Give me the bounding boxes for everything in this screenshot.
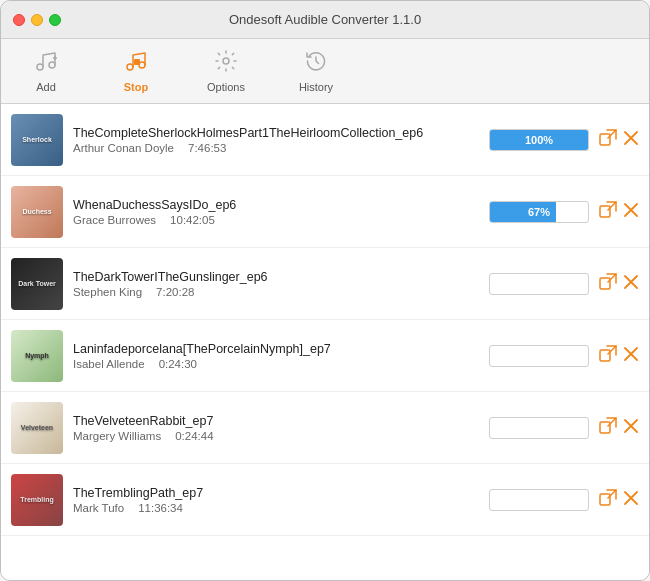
history-icon bbox=[304, 49, 328, 79]
book-row: SherlockTheCompleteSherlockHolmesPart1Th… bbox=[1, 104, 649, 176]
book-cover: Dark Tower bbox=[11, 258, 63, 310]
progress-area: 100% bbox=[489, 129, 589, 151]
svg-point-4 bbox=[127, 64, 133, 70]
book-title: Laninfadeporcelana[ThePorcelainNymph]_ep… bbox=[73, 342, 479, 356]
export-button[interactable] bbox=[599, 273, 617, 294]
history-label: History bbox=[299, 81, 333, 93]
remove-button[interactable] bbox=[623, 418, 639, 437]
action-buttons bbox=[599, 417, 639, 438]
book-duration: 10:42:05 bbox=[170, 214, 215, 226]
book-title: TheVelveteenRabbit_ep7 bbox=[73, 414, 479, 428]
book-title: WhenaDuchessSaysIDo_ep6 bbox=[73, 198, 479, 212]
progress-area bbox=[489, 417, 589, 439]
book-meta: Arthur Conan Doyle7:46:53 bbox=[73, 142, 479, 154]
book-info: TheVelveteenRabbit_ep7Margery Williams0:… bbox=[73, 414, 479, 442]
options-label: Options bbox=[207, 81, 245, 93]
book-cover: Sherlock bbox=[11, 114, 63, 166]
toolbar: Add Stop Options bbox=[1, 39, 649, 104]
book-row: TremblingTheTremblingPath_ep7Mark Tufo11… bbox=[1, 464, 649, 536]
cover-label: Sherlock bbox=[20, 134, 54, 145]
book-info: WhenaDuchessSaysIDo_ep6Grace Burrowes10:… bbox=[73, 198, 479, 226]
svg-rect-8 bbox=[600, 134, 610, 145]
book-author: Isabel Allende bbox=[73, 358, 145, 370]
app-title: Ondesoft Audible Converter 1.1.0 bbox=[229, 12, 421, 27]
export-button[interactable] bbox=[599, 345, 617, 366]
toolbar-options[interactable]: Options bbox=[181, 45, 271, 97]
cover-label: Velveteen bbox=[19, 422, 55, 433]
svg-rect-12 bbox=[600, 206, 610, 217]
progress-area bbox=[489, 273, 589, 295]
book-duration: 0:24:30 bbox=[159, 358, 197, 370]
book-meta: Margery Williams0:24:44 bbox=[73, 430, 479, 442]
action-buttons bbox=[599, 129, 639, 150]
book-title: TheTremblingPath_ep7 bbox=[73, 486, 479, 500]
book-duration: 11:36:34 bbox=[138, 502, 183, 514]
book-duration: 7:20:28 bbox=[156, 286, 194, 298]
book-row: NymphLaninfadeporcelana[ThePorcelainNymp… bbox=[1, 320, 649, 392]
book-meta: Grace Burrowes10:42:05 bbox=[73, 214, 479, 226]
svg-rect-28 bbox=[600, 494, 610, 505]
remove-button[interactable] bbox=[623, 490, 639, 509]
book-author: Stephen King bbox=[73, 286, 142, 298]
book-meta: Stephen King7:20:28 bbox=[73, 286, 479, 298]
book-cover: Nymph bbox=[11, 330, 63, 382]
options-icon bbox=[214, 49, 238, 79]
export-button[interactable] bbox=[599, 489, 617, 510]
progress-bar bbox=[489, 489, 589, 511]
svg-rect-24 bbox=[600, 422, 610, 433]
progress-bar bbox=[489, 273, 589, 295]
book-row: VelveteenTheVelveteenRabbit_ep7Margery W… bbox=[1, 392, 649, 464]
close-button[interactable] bbox=[13, 14, 25, 26]
toolbar-history[interactable]: History bbox=[271, 45, 361, 97]
title-bar: Ondesoft Audible Converter 1.1.0 bbox=[1, 1, 649, 39]
export-button[interactable] bbox=[599, 417, 617, 438]
progress-bar bbox=[489, 345, 589, 367]
action-buttons bbox=[599, 489, 639, 510]
svg-rect-20 bbox=[600, 350, 610, 361]
remove-button[interactable] bbox=[623, 346, 639, 365]
stop-icon bbox=[124, 49, 148, 79]
book-row: Dark TowerTheDarkTowerITheGunslinger_ep6… bbox=[1, 248, 649, 320]
book-cover: Trembling bbox=[11, 474, 63, 526]
action-buttons bbox=[599, 201, 639, 222]
book-info: Laninfadeporcelana[ThePorcelainNymph]_ep… bbox=[73, 342, 479, 370]
export-button[interactable] bbox=[599, 201, 617, 222]
svg-point-1 bbox=[49, 62, 55, 68]
minimize-button[interactable] bbox=[31, 14, 43, 26]
progress-bar: 100% bbox=[489, 129, 589, 151]
maximize-button[interactable] bbox=[49, 14, 61, 26]
toolbar-stop[interactable]: Stop bbox=[91, 45, 181, 97]
toolbar-add[interactable]: Add bbox=[1, 45, 91, 97]
book-title: TheDarkTowerITheGunslinger_ep6 bbox=[73, 270, 479, 284]
add-icon bbox=[34, 49, 58, 79]
cover-label: Duchess bbox=[20, 206, 53, 217]
book-author: Margery Williams bbox=[73, 430, 161, 442]
book-row: DuchessWhenaDuchessSaysIDo_ep6Grace Burr… bbox=[1, 176, 649, 248]
remove-button[interactable] bbox=[623, 274, 639, 293]
progress-label: 67% bbox=[490, 202, 588, 222]
book-list: SherlockTheCompleteSherlockHolmesPart1Th… bbox=[1, 104, 649, 580]
svg-point-7 bbox=[223, 58, 229, 64]
action-buttons bbox=[599, 345, 639, 366]
progress-bar: 67% bbox=[489, 201, 589, 223]
book-info: TheDarkTowerITheGunslinger_ep6Stephen Ki… bbox=[73, 270, 479, 298]
svg-point-0 bbox=[37, 64, 43, 70]
remove-button[interactable] bbox=[623, 202, 639, 221]
svg-rect-6 bbox=[134, 59, 140, 65]
progress-label: 100% bbox=[490, 130, 588, 150]
progress-area: 67% bbox=[489, 201, 589, 223]
progress-bar bbox=[489, 417, 589, 439]
book-cover: Velveteen bbox=[11, 402, 63, 454]
book-cover: Duchess bbox=[11, 186, 63, 238]
book-duration: 7:46:53 bbox=[188, 142, 226, 154]
action-buttons bbox=[599, 273, 639, 294]
remove-button[interactable] bbox=[623, 130, 639, 149]
add-label: Add bbox=[36, 81, 56, 93]
svg-rect-16 bbox=[600, 278, 610, 289]
stop-label: Stop bbox=[124, 81, 148, 93]
book-author: Grace Burrowes bbox=[73, 214, 156, 226]
book-meta: Isabel Allende0:24:30 bbox=[73, 358, 479, 370]
book-meta: Mark Tufo11:36:34 bbox=[73, 502, 479, 514]
book-info: TheTremblingPath_ep7Mark Tufo11:36:34 bbox=[73, 486, 479, 514]
export-button[interactable] bbox=[599, 129, 617, 150]
